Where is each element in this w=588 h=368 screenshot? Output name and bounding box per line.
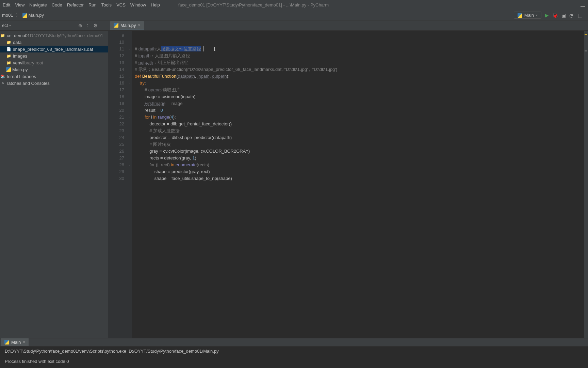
run-config-name: Main (524, 13, 534, 18)
chevron-right-icon: 〉 (16, 12, 20, 18)
project-tree[interactable]: 📁ce_demo01 D:\OYYT\Study\Python\face_dem… (0, 31, 108, 338)
run-tab-label: Main (11, 340, 21, 345)
nav-toolbar: mo01 〉 Main.py Main ▾ ▶ 🐞 ▣ ◔ ⬚ (0, 10, 588, 20)
python-file-icon (114, 23, 118, 28)
menu-help[interactable]: Help (151, 2, 160, 7)
dropdown-icon: ▾ (536, 13, 538, 17)
tree-item[interactable]: ✎ratches and Consoles (0, 80, 108, 87)
main-area: ect ▾ ⊕ ≑ ⚙ — 📁ce_demo01 D:\OYYT\Study\P… (0, 20, 588, 338)
info-marker[interactable] (585, 50, 587, 51)
tree-item[interactable]: Main.py (0, 66, 108, 73)
project-view-label[interactable]: ect (2, 23, 8, 28)
menu-view[interactable]: View (15, 2, 24, 7)
run-coverage-button[interactable]: ▣ (561, 13, 566, 18)
breadcrumb-file[interactable]: Main.py (29, 13, 44, 18)
minimize-icon[interactable] (581, 6, 585, 7)
hide-icon[interactable]: — (101, 23, 106, 28)
menu-edit[interactable]: Edit (3, 2, 10, 7)
debug-button[interactable]: 🐞 (552, 13, 558, 18)
tree-item[interactable]: 📁ce_demo01 D:\OYYT\Study\Python\face_dem… (0, 32, 108, 39)
python-icon (518, 13, 522, 18)
run-button[interactable]: ▶ (545, 12, 549, 18)
window-title: face_demo01 [D:\OYYT\Study\Python\face_d… (178, 2, 329, 7)
chevron-down-icon[interactable]: ▾ (9, 24, 11, 27)
close-icon[interactable]: × (138, 23, 141, 28)
collapse-icon[interactable]: ≑ (86, 23, 90, 28)
output-line: Process finished with exit code 0 (5, 359, 69, 364)
tree-item[interactable]: 📄shape_predictor_68_face_landmarks.dat (0, 46, 108, 52)
tree-item[interactable]: 📁images (0, 52, 108, 59)
menu-tools[interactable]: Tools (101, 2, 112, 7)
tree-item[interactable]: 📚ternal Libraries (0, 73, 108, 80)
menu-run[interactable]: Run (88, 2, 97, 7)
menu-refactor[interactable]: Refactor (67, 2, 84, 7)
python-icon (4, 340, 9, 344)
menu-bar: Edit View Navigate Code Refactor Run Too… (0, 0, 588, 10)
output-line: D:\OYYT\Study\Python\face_demo01\venv\Sc… (5, 349, 219, 354)
search-button[interactable]: ⬚ (578, 13, 583, 18)
editor-panel: Main.py × 910111213141516171819202122232… (108, 20, 588, 338)
menu-code[interactable]: Code (52, 2, 62, 7)
tree-item[interactable]: 📁venv library root (0, 59, 108, 66)
breadcrumb: mo01 〉 Main.py (2, 12, 44, 18)
close-icon[interactable]: × (23, 340, 25, 344)
gear-icon[interactable]: ⚙ (93, 23, 98, 28)
breadcrumb-root[interactable]: mo01 (2, 13, 13, 18)
run-config-selector[interactable]: Main ▾ (514, 12, 541, 19)
fold-column[interactable]: ⌄⌄⌄⌄⌄ (127, 31, 132, 338)
line-gutter: 9101112131415161718192021222324252627282… (108, 31, 127, 338)
project-sidebar: ect ▾ ⊕ ≑ ⚙ — 📁ce_demo01 D:\OYYT\Study\P… (0, 20, 108, 338)
tab-label: Main.py (120, 23, 136, 28)
code-editor[interactable]: 9101112131415161718192021222324252627282… (108, 31, 588, 338)
error-stripe (584, 31, 588, 338)
python-file-icon (22, 13, 27, 18)
code-area[interactable]: # datapath:人脸数据文件位置路径# inpath：人脸图片输入路径# … (132, 31, 588, 338)
menu-navigate[interactable]: Navigate (29, 2, 47, 7)
menu-window[interactable]: Window (130, 2, 146, 7)
run-output[interactable]: D:\OYYT\Study\Python\face_demo01\venv\Sc… (0, 346, 588, 368)
editor-tabbar: Main.py × (108, 20, 588, 31)
tab-main-py[interactable]: Main.py × (110, 21, 144, 30)
profile-button[interactable]: ◔ (569, 13, 573, 18)
run-tab[interactable]: Main × (1, 338, 29, 346)
menu-vcs[interactable]: VCS (116, 2, 126, 7)
run-tool-header: Main × (0, 338, 588, 346)
tree-item[interactable]: 📁data (0, 39, 108, 46)
warning-marker[interactable] (585, 34, 587, 35)
project-header: ect ▾ ⊕ ≑ ⚙ — (0, 20, 108, 31)
locate-icon[interactable]: ⊕ (78, 23, 82, 28)
